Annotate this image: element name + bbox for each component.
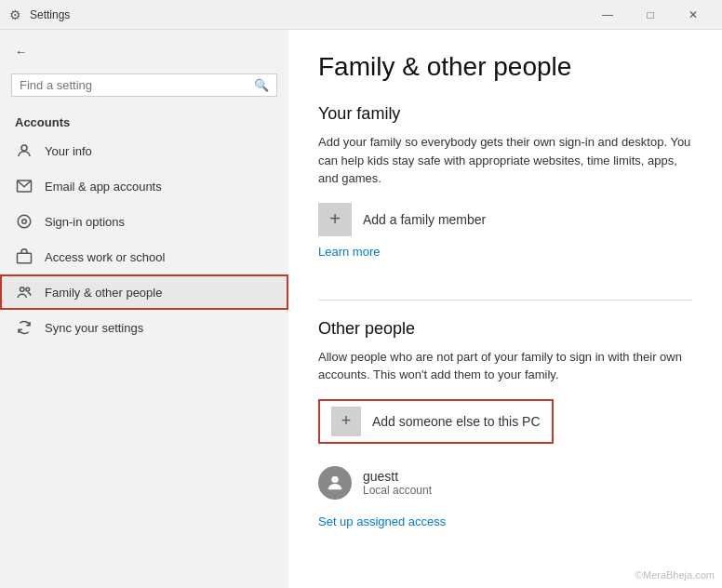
section-divider [318,300,692,301]
settings-app-icon: ⚙ [7,7,22,22]
minimize-button[interactable]: — [586,0,629,30]
svg-point-7 [331,475,338,482]
plus-icon-someone: + [341,411,352,431]
svg-rect-4 [18,253,32,263]
titlebar-controls: — □ ✕ [586,0,715,30]
watermark: ©MeraBheja.com [635,569,715,581]
svg-point-6 [26,287,30,291]
maximize-button[interactable]: □ [629,0,672,30]
plus-icon: + [329,208,341,230]
main-content: Family & other people Your family Add yo… [288,30,722,588]
search-box: 🔍 [11,74,277,97]
close-button[interactable]: ✕ [672,0,715,30]
other-people-title: Other people [318,319,692,339]
svg-point-0 [21,145,27,151]
svg-point-3 [22,220,27,224]
sidebar-item-label-family: Family & other people [45,286,162,300]
sidebar-item-label-sign-in: Sign-in options [45,215,125,229]
svg-point-2 [18,215,31,228]
sidebar-item-email-app[interactable]: Email & app accounts [0,168,288,204]
add-family-row[interactable]: + Add a family member [318,203,692,236]
sidebar-item-label-work-school: Access work or school [45,250,165,264]
search-icon: 🔍 [254,78,269,92]
email-icon [15,178,33,194]
titlebar-title: Settings [30,8,586,21]
your-family-section: Your family Add your family so everybody… [318,104,692,281]
titlebar: ⚙ Settings — □ ✕ [0,0,722,30]
family-icon [15,284,33,301]
your-family-title: Your family [318,104,692,124]
sidebar-section-title: Accounts [0,108,288,133]
user-avatar [318,466,352,500]
sidebar-item-label-email-app: Email & app accounts [45,180,162,194]
add-someone-row[interactable]: + Add someone else to this PC [318,399,554,444]
add-family-plus-button[interactable]: + [318,203,352,236]
other-people-desc: Allow people who are not part of your fa… [318,348,692,384]
sidebar-item-sign-in[interactable]: Sign-in options [0,204,288,239]
user-row[interactable]: guestt Local account [318,459,692,507]
sidebar: ← 🔍 Accounts Your info [0,30,288,588]
search-input[interactable] [20,78,248,92]
set-access-link[interactable]: Set up assigned access [318,514,692,528]
your-info-icon [15,142,33,159]
sync-icon [15,319,33,336]
user-type: Local account [363,484,432,497]
user-name: guestt [363,469,432,484]
sidebar-item-sync[interactable]: Sync your settings [0,310,288,345]
back-button[interactable]: ← [0,37,288,66]
user-info: guestt Local account [363,469,432,497]
add-someone-plus-button[interactable]: + [331,407,361,436]
add-family-label: Add a family member [363,212,486,227]
learn-more-link[interactable]: Learn more [318,245,380,259]
work-school-icon [15,248,33,265]
sidebar-item-family[interactable]: Family & other people [0,274,288,310]
page-title: Family & other people [318,52,692,82]
sidebar-item-label-sync: Sync your settings [45,321,143,335]
sign-in-icon [15,213,33,230]
app-window: ← 🔍 Accounts Your info [0,30,722,588]
back-arrow-icon: ← [15,45,27,59]
sidebar-item-your-info[interactable]: Your info [0,133,288,168]
other-people-section: Other people Allow people who are not pa… [318,319,692,528]
sidebar-item-work-school[interactable]: Access work or school [0,239,288,274]
sidebar-item-label-your-info: Your info [45,144,92,158]
your-family-desc: Add your family so everybody gets their … [318,133,692,188]
add-someone-label: Add someone else to this PC [372,414,541,429]
svg-point-5 [20,287,25,292]
